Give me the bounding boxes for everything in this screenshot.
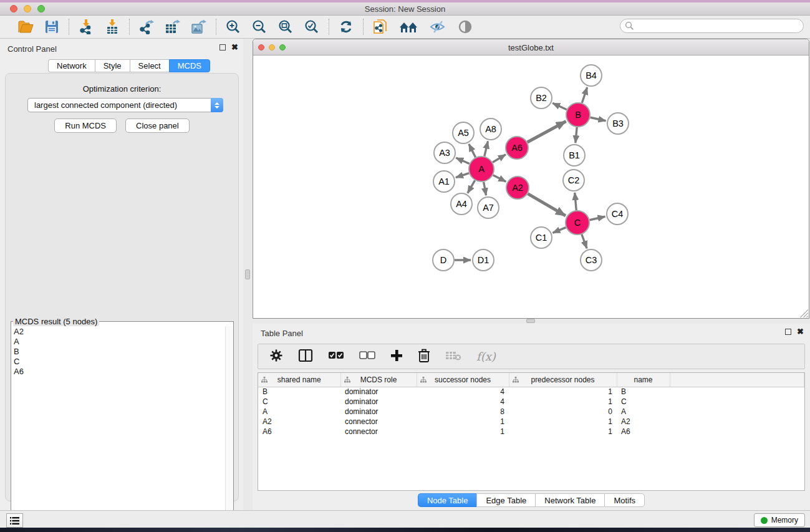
memory-button[interactable]: Memory (754, 513, 805, 527)
edge-A-A6[interactable] (493, 155, 506, 162)
tab-network-table[interactable]: Network Table (535, 493, 604, 507)
edge-A-A7[interactable] (484, 182, 486, 196)
zoom-out-icon[interactable] (251, 19, 268, 35)
tab-edge-table[interactable]: Edge Table (476, 493, 535, 507)
table-row[interactable]: A6connector11A6 (258, 427, 804, 437)
vertical-split-divider[interactable] (243, 39, 253, 510)
node-B1[interactable]: B1 (564, 145, 585, 166)
table-row[interactable]: Cdominator41C (258, 397, 804, 407)
search-field[interactable] (620, 19, 804, 33)
edge-A-A8[interactable] (485, 141, 488, 156)
edge-A-A1[interactable] (456, 173, 469, 178)
import-table-icon[interactable] (104, 19, 120, 35)
list-item[interactable]: B (11, 346, 225, 356)
gear-icon[interactable] (269, 349, 283, 365)
tab-node-table[interactable]: Node Table (418, 493, 477, 507)
select-all-icon[interactable] (328, 351, 344, 362)
node-table[interactable]: shared name MCDS role successor nodes pr… (258, 372, 805, 491)
node-A[interactable]: A (469, 157, 494, 181)
list-item[interactable]: A (11, 336, 225, 346)
node-C2[interactable]: C2 (563, 170, 584, 191)
node-D1[interactable]: D1 (473, 249, 494, 271)
split-handle[interactable] (245, 269, 250, 279)
table-row[interactable]: A2connector11A2 (258, 417, 804, 427)
node-C3[interactable]: C3 (581, 249, 602, 271)
tab-network[interactable]: Network (48, 59, 95, 72)
column-header-name[interactable]: name (617, 373, 670, 387)
edge-A-A2[interactable] (493, 175, 506, 182)
tab-motifs[interactable]: Motifs (604, 493, 645, 507)
column-header-shared-name[interactable]: shared name (258, 373, 340, 387)
network-canvas-svg[interactable]: AA1A2A3A4A5A6A7A8BB1B2B3B4CC1C2C3C4DD1 (253, 56, 809, 318)
task-history-button[interactable] (6, 513, 23, 528)
node-B[interactable]: B (566, 103, 590, 127)
import-network-icon[interactable] (78, 19, 94, 35)
table-row[interactable]: Bdominator41B (258, 387, 804, 397)
close-panel-icon[interactable]: ✖ (231, 44, 238, 51)
edge-B-B4[interactable] (582, 87, 587, 103)
edge-A-A3[interactable] (456, 158, 469, 163)
deselect-all-icon[interactable] (359, 351, 375, 362)
close-panel-icon[interactable]: ✖ (797, 329, 804, 335)
edge-A-A5[interactable] (469, 144, 476, 157)
node-C4[interactable]: C4 (607, 203, 628, 225)
horizontal-split-handle[interactable] (526, 319, 535, 323)
node-D[interactable]: D (433, 249, 454, 271)
zoom-selected-icon[interactable] (304, 19, 320, 35)
node-A8[interactable]: A8 (480, 118, 501, 140)
document-network-icon[interactable] (372, 19, 388, 35)
close-panel-button[interactable]: Close panel (125, 118, 190, 133)
table-row[interactable]: Adominator80A (258, 407, 804, 417)
float-panel-icon[interactable] (785, 329, 791, 335)
tab-mcds[interactable]: MCDS (169, 59, 210, 72)
node-A5[interactable]: A5 (453, 122, 474, 143)
criterion-dropdown[interactable]: largest connected component (directed) (27, 98, 223, 112)
add-column-icon[interactable] (390, 349, 403, 364)
edge-A2-C[interactable] (528, 194, 566, 216)
node-B3[interactable]: B3 (607, 113, 629, 134)
refresh-icon[interactable] (338, 19, 354, 35)
node-A3[interactable]: A3 (434, 142, 455, 163)
node-A2[interactable]: A2 (506, 177, 529, 199)
edge-B-B1[interactable] (576, 127, 577, 143)
export-network-icon[interactable] (138, 19, 155, 35)
delete-column-icon[interactable] (418, 349, 430, 365)
zoom-fit-icon[interactable] (277, 19, 294, 35)
tab-style[interactable]: Style (95, 59, 130, 72)
column-header-predecessor-nodes[interactable]: predecessor nodes (509, 373, 617, 387)
export-table-icon[interactable] (165, 19, 181, 35)
list-scrollbar[interactable] (225, 326, 233, 530)
edge-C-C2[interactable] (575, 193, 576, 210)
run-mcds-button[interactable]: Run MCDS (54, 118, 117, 133)
node-A4[interactable]: A4 (451, 193, 472, 215)
edge-A6-B[interactable] (528, 121, 566, 142)
node-A6[interactable]: A6 (506, 137, 528, 159)
column-header-successor-nodes[interactable]: successor nodes (417, 373, 509, 387)
column-layout-icon[interactable] (298, 349, 313, 365)
contrast-icon[interactable] (457, 19, 473, 35)
list-item[interactable]: A6 (11, 366, 225, 376)
network-window-titlebar[interactable]: testGlobe.txt (253, 39, 809, 56)
resize-grip[interactable] (800, 309, 808, 317)
edge-A-A4[interactable] (468, 180, 475, 193)
export-image-icon[interactable] (191, 19, 207, 35)
node-C1[interactable]: C1 (531, 227, 552, 248)
column-header-mcds-role[interactable]: MCDS role (340, 373, 417, 387)
zoom-in-icon[interactable] (225, 19, 241, 35)
open-folder-icon[interactable] (17, 19, 34, 35)
list-item[interactable]: C (11, 356, 225, 366)
search-input[interactable] (634, 20, 803, 32)
edge-B-B2[interactable] (552, 103, 567, 109)
node-B2[interactable]: B2 (531, 87, 552, 109)
hide-eye-icon[interactable] (428, 19, 447, 35)
edge-C-C1[interactable] (552, 228, 566, 233)
node-A1[interactable]: A1 (433, 171, 455, 192)
edge-B-B3[interactable] (591, 117, 606, 120)
edge-C-C3[interactable] (582, 235, 587, 248)
node-B4[interactable]: B4 (581, 65, 602, 86)
float-panel-icon[interactable] (219, 44, 226, 51)
list-item[interactable]: A2 (11, 326, 225, 336)
tab-select[interactable]: Select (130, 59, 169, 72)
houses-icon[interactable] (398, 19, 418, 35)
node-A7[interactable]: A7 (478, 197, 499, 218)
